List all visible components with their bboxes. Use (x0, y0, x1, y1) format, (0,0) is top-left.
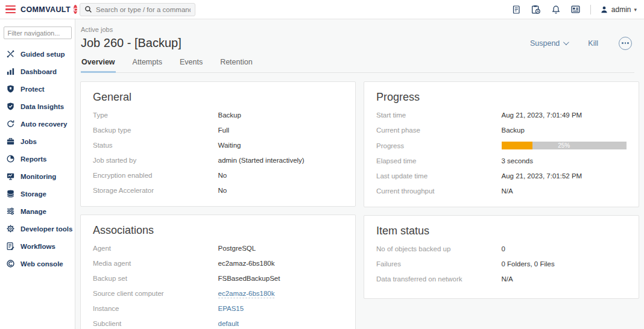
detail-row: AgentPostgreSQL (93, 245, 343, 252)
detail-row: Media agentec2amaz-6bs180k (93, 260, 343, 267)
tab-retention[interactable]: Retention (219, 58, 253, 73)
detail-row: Progress 25% (376, 142, 627, 149)
detail-row: Storage AcceleratorNo (93, 187, 343, 194)
user-caret-icon: ▾ (634, 7, 637, 13)
tab-attempts[interactable]: Attempts (132, 58, 163, 73)
detail-row: Subclientdefault (93, 320, 343, 327)
more-options-button[interactable] (619, 37, 632, 50)
breadcrumb[interactable]: Active jobs (81, 26, 634, 33)
user-menu[interactable]: admin ▾ (600, 5, 637, 14)
detail-row: Failures0 Folders, 0 Files (376, 260, 627, 268)
detail-row: Backup setFSBasedBackupSet (93, 275, 343, 282)
search-icon (84, 5, 92, 13)
filter-navigation-input[interactable] (4, 27, 72, 39)
user-icon (600, 5, 608, 14)
top-bar: COMMVAULT C admin ▾ (0, 0, 644, 19)
detail-row: No of objects backed up0 (376, 245, 627, 252)
sidebar-item-manage[interactable]: Manage (0, 202, 75, 220)
ellipsis-icon (622, 42, 629, 44)
hamburger-menu-icon[interactable] (0, 5, 21, 14)
general-card: General TypeBackup Backup typeFull Statu… (80, 81, 356, 207)
developer-tools-icon (6, 224, 15, 233)
sidebar-item-auto-recovery[interactable]: Auto recovery (0, 115, 75, 133)
job-status-value: Waiting (218, 142, 344, 149)
sidebar-item-protect[interactable]: Protect (0, 80, 75, 98)
detail-row: Last update timeAug 21, 2023, 7:01:52 PM (376, 172, 627, 180)
associations-card: Associations AgentPostgreSQL Media agent… (80, 215, 356, 329)
monitoring-icon (6, 172, 15, 181)
job-summary-icon[interactable] (531, 4, 541, 15)
detail-row: StatusWaiting (93, 142, 343, 149)
detail-row: Current throughputN/A (376, 187, 627, 195)
commvault-logo-icon: C (74, 5, 78, 14)
storage-icon (6, 189, 15, 198)
detail-row: Elapsed time3 seconds (376, 157, 627, 164)
reports-icon (6, 154, 15, 163)
subclient-link[interactable]: default (218, 320, 344, 327)
detail-row: Job started byadmin (Started interactive… (93, 157, 343, 164)
sidebar-nav: Guided setup Dashboard Protect Data Insi… (0, 19, 75, 329)
suspend-button[interactable]: Suspend (530, 39, 567, 48)
sidebar-item-dashboard[interactable]: Dashboard (0, 63, 75, 80)
notifications-bell-icon[interactable] (551, 4, 561, 15)
source-client-link[interactable]: ec2amaz-6bs180k (218, 290, 344, 297)
jobs-icon (6, 137, 15, 146)
header-divider (590, 5, 591, 14)
item-status-card-title: Item status (376, 225, 627, 237)
general-card-title: General (93, 91, 343, 104)
sidebar-item-web-console[interactable]: Web console (0, 255, 75, 272)
sidebar-item-reports[interactable]: Reports (0, 150, 75, 168)
detail-row: Current phaseBackup (376, 127, 627, 134)
brand-logo: COMMVAULT C (21, 5, 76, 14)
detail-row: TypeBackup (93, 111, 343, 119)
progress-percent-label: 25% (502, 142, 627, 149)
command-search[interactable] (80, 3, 195, 16)
sidebar-item-developer-tools[interactable]: Developer tools (0, 220, 75, 237)
page-title: Job 260 - [Backup] (81, 36, 182, 50)
brand-wordmark: COMMVAULT (21, 5, 71, 14)
sidebar-item-monitoring[interactable]: Monitoring (0, 168, 75, 185)
item-status-card: Item status No of objects backed up0 Fai… (364, 215, 639, 299)
tab-bar: Overview Attempts Events Retention (81, 58, 634, 73)
workflows-icon (6, 242, 15, 251)
progress-bar: 25% (502, 142, 627, 149)
sidebar-item-data-insights[interactable]: Data Insights (0, 98, 75, 115)
detail-row: Source client computerec2amaz-6bs180k (93, 290, 343, 297)
tab-events[interactable]: Events (179, 58, 203, 73)
progress-card-title: Progress (376, 91, 627, 104)
tab-overview[interactable]: Overview (81, 58, 116, 73)
dashboard-icon (6, 67, 15, 76)
auto-recovery-icon (6, 119, 15, 128)
release-notes-icon[interactable] (511, 4, 522, 15)
protect-icon (6, 84, 15, 93)
data-insights-icon (6, 102, 15, 111)
detail-row: Backup typeFull (93, 127, 343, 134)
detail-row: Data transferred on networkN/A (376, 275, 627, 283)
suspend-caret-icon (563, 39, 569, 45)
apps-grid-icon[interactable] (570, 4, 581, 15)
sidebar-item-workflows[interactable]: Workflows (0, 237, 75, 255)
instance-link[interactable]: EPAS15 (218, 305, 344, 312)
detail-row: Start timeAug 21, 2023, 7:01:49 PM (376, 111, 627, 119)
guided-setup-icon (6, 49, 15, 58)
search-input[interactable] (96, 6, 191, 13)
web-console-icon (6, 259, 15, 268)
kill-button[interactable]: Kill (588, 39, 598, 48)
detail-row: Encryption enabledNo (93, 172, 343, 179)
detail-row: InstanceEPAS15 (93, 305, 343, 312)
sidebar-item-storage[interactable]: Storage (0, 185, 75, 202)
sidebar-item-guided-setup[interactable]: Guided setup (0, 45, 75, 63)
user-name: admin (611, 5, 631, 14)
progress-card: Progress Start timeAug 21, 2023, 7:01:49… (364, 81, 639, 207)
manage-icon (6, 207, 15, 216)
associations-card-title: Associations (93, 224, 343, 237)
sidebar-item-jobs[interactable]: Jobs (0, 133, 75, 150)
main-content: Active jobs Job 260 - [Backup] Suspend K… (75, 19, 644, 329)
